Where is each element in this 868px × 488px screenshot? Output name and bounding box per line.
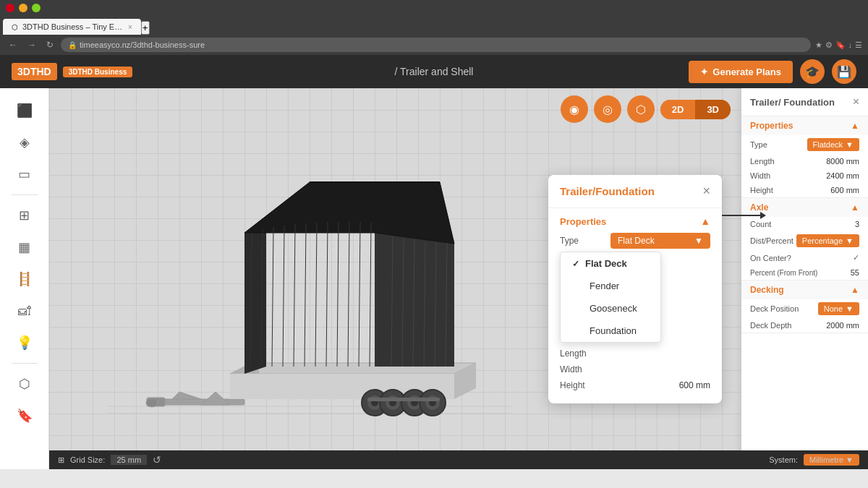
ext-icon-3[interactable]: 🔖	[835, 40, 846, 50]
viewport[interactable]: ◉ ◎ ⬡ 2D 3D Trailer/Foundation × Propert…	[49, 88, 868, 469]
generate-plans-button[interactable]: ✦ Generate Plans	[689, 61, 793, 83]
type-dropdown-arrow: ▼	[694, 236, 703, 246]
rp-deck-position-dropdown[interactable]: None ▼	[818, 302, 859, 315]
grid-size-input[interactable]	[111, 455, 147, 465]
svg-line-32	[337, 222, 339, 367]
refresh-button[interactable]: ↻	[43, 38, 56, 51]
dropdown-fender-label: Fender	[590, 281, 619, 291]
business-badge: 3DTHD Business	[63, 67, 133, 77]
view-3d-button[interactable]: 3D	[695, 100, 731, 119]
dropdown-flatdeck-label: Flat Deck	[585, 258, 627, 269]
system-dropdown[interactable]: Millimetre ▼	[804, 454, 859, 466]
sidebar-item-hex[interactable]: ⬡	[11, 370, 38, 398]
header-actions: ✦ Generate Plans 🎓 💾	[689, 59, 856, 84]
view-icon-3[interactable]: ⬡	[627, 95, 655, 123]
rp-deck-depth-value: 2000 mm	[826, 321, 859, 330]
rp-type-value: Flatdeck	[813, 140, 843, 149]
rp-percent-label: Percent (From Front)	[750, 269, 817, 277]
ext-icon-1[interactable]: ★	[815, 40, 822, 50]
win-minimize[interactable]	[19, 4, 27, 12]
win-maximize[interactable]	[32, 4, 41, 12]
panel-title: Trailer/Foundation	[560, 185, 655, 197]
save-button[interactable]: 💾	[832, 59, 856, 84]
rp-width-label: Width	[750, 171, 770, 180]
rp-oncenter-value: ✓	[853, 253, 859, 262]
type-label: Type	[560, 236, 610, 246]
svg-line-27	[283, 226, 284, 367]
rp-oncenter-label: On Center?	[750, 254, 791, 262]
sidebar-item-grid[interactable]: ▦	[11, 234, 38, 261]
svg-line-26	[272, 227, 273, 367]
type-dropdown-menu: ✓ Flat Deck Fender Gooseneck Foundation	[560, 252, 661, 343]
win-close[interactable]	[6, 4, 14, 12]
back-button[interactable]: ←	[6, 38, 20, 51]
grid-reset-button[interactable]: ↺	[153, 454, 161, 466]
dropdown-gooseneck-label: Gooseneck	[590, 303, 637, 314]
properties-toggle[interactable]: ▲	[700, 215, 710, 227]
tab-close-icon[interactable]: ×	[128, 23, 132, 31]
right-panel-close-button[interactable]: ×	[853, 95, 859, 108]
sidebar-item-stair[interactable]: 🪜	[11, 265, 38, 293]
sidebar-item-layers[interactable]: ⬛	[11, 97, 38, 124]
height-label: Height	[560, 380, 610, 390]
sidebar-item-bookmark[interactable]: 🔖	[11, 402, 38, 429]
rp-type-arrow: ▼	[846, 140, 854, 149]
dropdown-item-foundation[interactable]: Foundation	[561, 320, 660, 342]
rp-decking-toggle[interactable]: ▲	[851, 285, 859, 295]
svg-line-31	[326, 222, 328, 367]
properties-section-header: Properties ▲	[560, 215, 710, 227]
dropdown-item-gooseneck[interactable]: Gooseneck	[561, 297, 660, 320]
rp-width-row: Width 2400 mm	[741, 168, 868, 183]
view-2d-button[interactable]: 2D	[660, 100, 696, 119]
rp-count-row: Count 3	[741, 217, 868, 231]
type-dropdown-button[interactable]: Flat Deck ▼	[610, 233, 710, 249]
trailer-3d-scene	[107, 160, 512, 450]
dropdown-foundation-label: Foundation	[590, 325, 637, 336]
learn-button[interactable]: 🎓	[800, 59, 825, 84]
ext-icon-2[interactable]: ⚙	[825, 40, 833, 50]
browser-toolbar: ← → ↻ 🔒 timeeasyco.nz/3dthd-business-sur…	[0, 35, 868, 55]
rp-type-label: Type	[750, 140, 767, 149]
view-icon-2[interactable]: ◎	[594, 95, 621, 123]
svg-line-33	[348, 222, 349, 367]
type-field-row: Type Flat Deck ▼	[560, 233, 710, 249]
rp-type-dropdown[interactable]: Flatdeck ▼	[807, 138, 859, 151]
rp-properties-toggle[interactable]: ▲	[851, 121, 859, 131]
rp-height-label: Height	[750, 186, 773, 194]
sidebar-item-furniture[interactable]: 🛋	[11, 297, 38, 325]
active-tab[interactable]: ⬡ 3DTHD Business – Tiny Exp... ×	[3, 19, 141, 35]
system-arrow: ▼	[846, 455, 854, 464]
rp-count-value: 3	[855, 220, 859, 228]
app-header: 3DTHD 3DTHD Business / Trailer and Shell…	[0, 55, 868, 88]
width-field-row: Width	[560, 364, 710, 374]
rp-axle-toggle[interactable]: ▲	[851, 202, 859, 213]
sidebar-item-light[interactable]: 💡	[11, 329, 38, 356]
rp-dist-label: Dist/Percent	[750, 236, 793, 245]
dropdown-item-flatdeck[interactable]: ✓ Flat Deck	[561, 252, 660, 275]
new-tab-button[interactable]: +	[141, 21, 150, 35]
view-icon-1[interactable]: ◉	[561, 95, 588, 123]
sidebar-item-door[interactable]: ▭	[11, 160, 38, 188]
forward-button[interactable]: →	[25, 38, 39, 51]
right-panel-header: Trailer/ Foundation ×	[741, 88, 868, 116]
rp-deck-depth-label: Deck Depth	[750, 321, 791, 330]
rp-deck-position-value: None	[824, 304, 843, 313]
rp-length-value: 8000 mm	[826, 157, 859, 166]
rp-dist-dropdown[interactable]: Percentage ▼	[796, 234, 859, 247]
app-logo: 3DTHD 3DTHD Business	[12, 63, 132, 80]
logo-box: 3DTHD	[12, 63, 57, 80]
view-mode-bar: ◉ ◎ ⬡ 2D 3D	[561, 95, 731, 123]
rp-properties-section: Properties ▲ Type Flatdeck ▼ Length 8000…	[741, 116, 868, 198]
svg-marker-6	[201, 392, 230, 405]
url-bar[interactable]: 🔒 timeeasyco.nz/3dthd-business-sure	[61, 38, 811, 52]
dropdown-item-fender[interactable]: Fender	[561, 275, 660, 297]
sidebar-item-shape[interactable]: ◈	[11, 129, 38, 156]
ext-icon-4[interactable]: ↓	[848, 40, 853, 50]
rp-oncenter-row: On Center? ✓	[741, 250, 868, 265]
ext-icon-5[interactable]: ☰	[855, 40, 862, 50]
app-body: ⬛ ◈ ▭ ⊞ ▦ 🪜 🛋 💡 ⬡ 🔖	[0, 88, 868, 469]
rp-deck-position-row: Deck Position None ▼	[741, 299, 868, 318]
sidebar-item-window[interactable]: ⊞	[11, 202, 38, 229]
panel-close-button[interactable]: ×	[702, 184, 710, 199]
rp-dist-value: Percentage	[802, 236, 843, 245]
